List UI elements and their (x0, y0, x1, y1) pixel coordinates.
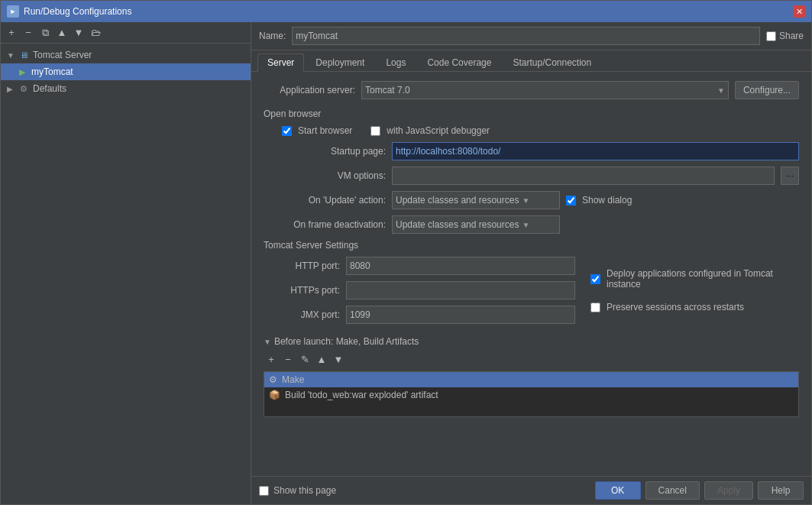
run-icon: ▶ (16, 66, 28, 78)
dropdown-arrow-icon: ▼ (717, 86, 725, 95)
preserve-sessions-checkbox[interactable] (590, 303, 600, 312)
apply-button[interactable]: Apply (704, 481, 753, 500)
on-frame-deact-value: Update classes and resources (396, 219, 519, 230)
start-browser-label: Start browser (298, 125, 352, 136)
bl-item-artifact-label: Build 'todo_web:war exploded' artifact (285, 390, 438, 400)
start-browser-row: Start browser with JavaScript debugger (282, 125, 799, 136)
deploy-apps-row: Deploy applications configured in Tomcat… (590, 268, 799, 290)
titlebar: ► Run/Debug Configurations ✕ (1, 1, 811, 22)
config-area: Application server: Tomcat 7.0 ▼ Configu… (251, 72, 811, 476)
http-port-input[interactable] (346, 257, 575, 275)
name-bar: Name: Share (251, 22, 811, 50)
share-checkbox[interactable] (766, 31, 776, 41)
tomcat-settings-title: Tomcat Server Settings (264, 240, 799, 251)
bl-remove-button[interactable]: − (280, 351, 296, 367)
https-port-label: HTTPs port: (264, 285, 340, 296)
main-content: + − ⧉ ▲ ▼ 🗁 ▼ 🖥 Tomcat Server ▶ myTomcat (1, 22, 811, 504)
add-config-button[interactable]: + (4, 25, 19, 40)
left-panel: + − ⧉ ▲ ▼ 🗁 ▼ 🖥 Tomcat Server ▶ myTomcat (1, 22, 251, 504)
show-page-area: Show this page (259, 485, 595, 496)
tree-mytomcat-label: myTomcat (31, 66, 73, 77)
tab-server[interactable]: Server (257, 53, 304, 72)
before-launch-arrow[interactable]: ▼ (264, 338, 271, 346)
help-button[interactable]: Help (758, 481, 804, 500)
tab-code-coverage[interactable]: Code Coverage (417, 53, 501, 71)
on-frame-deact-dropdown[interactable]: Update classes and resources ▼ (392, 215, 560, 234)
tree-defaults-label: Defaults (33, 83, 66, 94)
on-update-label: On 'Update' action: (264, 195, 386, 206)
vm-options-label: VM options: (264, 170, 386, 181)
share-label: Share (779, 31, 804, 41)
show-dialog-checkbox[interactable] (566, 196, 576, 206)
share-area: Share (766, 31, 804, 41)
deploy-apps-checkbox[interactable] (590, 274, 600, 284)
on-update-arrow-icon: ▼ (522, 196, 529, 205)
app-icon: ► (7, 5, 19, 18)
bl-down-button[interactable]: ▼ (331, 351, 346, 367)
show-dialog-label: Show dialog (582, 195, 632, 206)
configure-button[interactable]: Configure... (735, 81, 799, 99)
show-page-checkbox[interactable] (259, 486, 269, 496)
window-title: Run/Debug Configurations (24, 6, 788, 17)
right-panel: Name: Share Server Deployment Logs Code … (251, 22, 811, 504)
move-down-button[interactable]: ▼ (71, 25, 86, 40)
dialog-buttons: OK Cancel Apply Help (595, 481, 804, 500)
app-server-dropdown[interactable]: Tomcat 7.0 ▼ (361, 81, 729, 99)
ok-button[interactable]: OK (595, 481, 641, 500)
before-launch-list: ⚙ Make 📦 Build 'todo_web:war exploded' a… (264, 371, 799, 417)
close-button[interactable]: ✕ (793, 5, 805, 18)
bottom-bar: Show this page OK Cancel Apply Help (251, 476, 811, 504)
tab-deployment[interactable]: Deployment (306, 53, 374, 71)
https-port-row: HTTPs port: (264, 281, 575, 299)
tree-item-mytomcat[interactable]: ▶ myTomcat (1, 63, 251, 80)
app-server-value: Tomcat 7.0 (365, 85, 410, 95)
tab-logs[interactable]: Logs (376, 53, 416, 71)
artifact-icon: 📦 (269, 390, 280, 400)
js-debugger-label: with JavaScript debugger (387, 125, 490, 136)
name-input[interactable] (292, 27, 760, 45)
remove-config-button[interactable]: − (21, 25, 36, 40)
ports-options-area: HTTP port: HTTPs port: JMX port: (264, 257, 799, 330)
bl-item-make[interactable]: ⚙ Make (264, 372, 798, 387)
jmx-port-label: JMX port: (264, 309, 340, 320)
folder-button[interactable]: 🗁 (88, 25, 103, 40)
cancel-button[interactable]: Cancel (645, 481, 700, 500)
main-window: ► Run/Debug Configurations ✕ + − ⧉ ▲ ▼ 🗁… (0, 0, 812, 505)
tree-item-defaults[interactable]: ▶ ⚙ Defaults (1, 80, 251, 97)
on-update-dropdown[interactable]: Update classes and resources ▼ (392, 191, 560, 209)
jmx-port-row: JMX port: (264, 306, 575, 324)
config-tree: ▼ 🖥 Tomcat Server ▶ myTomcat ▶ ⚙ Default… (1, 44, 251, 504)
on-frame-deact-arrow-icon: ▼ (522, 221, 529, 229)
tab-startup-connection[interactable]: Startup/Connection (503, 53, 601, 71)
tree-group-tomcat[interactable]: ▼ 🖥 Tomcat Server (1, 47, 251, 63)
copy-config-button[interactable]: ⧉ (37, 25, 53, 40)
https-port-input[interactable] (346, 281, 575, 299)
on-update-row: On 'Update' action: Update classes and r… (264, 191, 799, 209)
tomcat-settings: Tomcat Server Settings HTTP port: HTTPs … (264, 240, 799, 330)
on-frame-deact-row: On frame deactivation: Update classes an… (264, 215, 799, 234)
bl-item-artifact[interactable]: 📦 Build 'todo_web:war exploded' artifact (264, 387, 798, 403)
startup-page-row: Startup page: (264, 142, 799, 160)
bl-edit-button[interactable]: ✎ (297, 351, 312, 367)
tomcat-server-icon: 🖥 (18, 49, 30, 61)
app-server-label: Application server: (264, 85, 355, 95)
open-browser-title: Open browser (264, 108, 799, 119)
js-debugger-checkbox[interactable] (370, 126, 380, 136)
move-up-button[interactable]: ▲ (54, 25, 70, 40)
make-icon: ⚙ (269, 374, 277, 385)
vm-options-expand-button[interactable]: ⋯ (781, 167, 799, 185)
jmx-port-input[interactable] (346, 306, 575, 324)
bl-up-button[interactable]: ▲ (314, 351, 329, 367)
preserve-sessions-row: Preserve sessions across restarts (590, 302, 799, 312)
startup-page-input[interactable] (392, 142, 799, 160)
http-port-row: HTTP port: (264, 257, 575, 275)
vm-options-input[interactable] (392, 167, 775, 185)
deploy-apps-label: Deploy applications configured in Tomcat… (607, 268, 799, 290)
before-launch-section: ▼ Before launch: Make, Build Artifacts +… (264, 336, 799, 417)
show-page-label: Show this page (273, 485, 336, 496)
bl-add-button[interactable]: + (264, 351, 279, 367)
left-toolbar: + − ⧉ ▲ ▼ 🗁 (1, 22, 251, 44)
vm-options-row: VM options: ⋯ (264, 167, 799, 185)
start-browser-checkbox[interactable] (282, 126, 292, 136)
http-port-label: HTTP port: (264, 261, 340, 271)
